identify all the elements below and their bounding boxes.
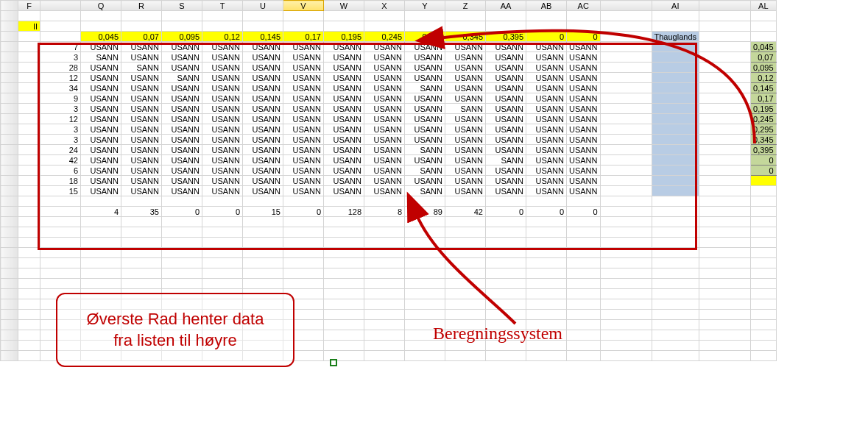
cell[interactable] bbox=[699, 93, 751, 104]
cell[interactable] bbox=[40, 268, 81, 279]
cell[interactable] bbox=[600, 341, 652, 351]
cell[interactable] bbox=[699, 63, 751, 73]
cell[interactable] bbox=[600, 135, 652, 145]
cell[interactable] bbox=[567, 258, 601, 268]
cell[interactable] bbox=[324, 310, 364, 320]
bool-cell[interactable]: USANN bbox=[364, 124, 405, 135]
column-header[interactable]: W bbox=[324, 1, 364, 11]
cell[interactable] bbox=[699, 52, 751, 63]
cell[interactable] bbox=[364, 279, 405, 289]
bool-cell[interactable]: USANN bbox=[162, 93, 202, 104]
cell[interactable] bbox=[324, 330, 364, 341]
sum-cell[interactable]: 42 bbox=[445, 207, 486, 217]
bool-cell[interactable]: USANN bbox=[526, 83, 567, 93]
row-label-cell[interactable]: 12 bbox=[40, 114, 81, 124]
cell[interactable] bbox=[18, 93, 40, 104]
cell[interactable] bbox=[18, 83, 40, 93]
cell[interactable] bbox=[751, 341, 777, 351]
bool-cell[interactable]: USANN bbox=[486, 104, 526, 114]
cell[interactable] bbox=[18, 310, 40, 320]
cell[interactable] bbox=[699, 155, 751, 166]
bool-cell[interactable]: USANN bbox=[81, 145, 121, 155]
bool-cell[interactable]: USANN bbox=[526, 104, 567, 114]
sum-cell[interactable]: 8 bbox=[364, 207, 405, 217]
cell[interactable] bbox=[18, 227, 40, 238]
header-value-cell[interactable]: 0,395 bbox=[486, 32, 526, 42]
cell[interactable] bbox=[324, 196, 364, 207]
bool-cell[interactable]: USANN bbox=[243, 42, 283, 52]
cell[interactable] bbox=[652, 207, 699, 217]
bool-cell[interactable]: USANN bbox=[81, 104, 121, 114]
cell[interactable] bbox=[243, 11, 283, 21]
ai-cell[interactable] bbox=[652, 42, 699, 52]
cell[interactable] bbox=[445, 11, 486, 21]
cell[interactable] bbox=[526, 299, 567, 310]
cell[interactable] bbox=[600, 124, 652, 135]
bool-cell[interactable]: USANN bbox=[81, 114, 121, 124]
cell[interactable] bbox=[600, 289, 652, 299]
row-label-cell[interactable]: 34 bbox=[40, 83, 81, 93]
cell[interactable] bbox=[81, 21, 121, 32]
bool-cell[interactable]: USANN bbox=[81, 73, 121, 83]
bool-cell[interactable]: USANN bbox=[486, 176, 526, 186]
cell[interactable] bbox=[18, 145, 40, 155]
bool-cell[interactable]: USANN bbox=[486, 52, 526, 63]
cell[interactable] bbox=[202, 21, 243, 32]
bool-cell[interactable]: USANN bbox=[283, 176, 324, 186]
cell[interactable] bbox=[162, 21, 202, 32]
cell[interactable] bbox=[486, 289, 526, 299]
row-label-cell[interactable]: 15 bbox=[40, 186, 81, 196]
cell[interactable] bbox=[600, 217, 652, 227]
cell[interactable] bbox=[81, 268, 121, 279]
cell[interactable] bbox=[162, 227, 202, 238]
cell[interactable] bbox=[202, 11, 243, 21]
cell[interactable] bbox=[18, 176, 40, 186]
bool-cell[interactable]: USANN bbox=[324, 155, 364, 166]
list-value-cell[interactable]: 0,145 bbox=[751, 83, 777, 93]
bool-cell[interactable]: USANN bbox=[526, 63, 567, 73]
bool-cell[interactable]: USANN bbox=[162, 166, 202, 176]
cell[interactable] bbox=[18, 289, 40, 299]
bool-cell[interactable]: USANN bbox=[283, 63, 324, 73]
cell[interactable] bbox=[40, 279, 81, 289]
sum-cell[interactable]: 0 bbox=[486, 207, 526, 217]
cell[interactable] bbox=[699, 11, 751, 21]
cell[interactable] bbox=[567, 196, 601, 207]
bool-cell[interactable]: USANN bbox=[526, 155, 567, 166]
cell[interactable] bbox=[81, 279, 121, 289]
cell[interactable] bbox=[40, 21, 81, 32]
cell[interactable] bbox=[121, 258, 162, 268]
bool-cell[interactable]: USANN bbox=[567, 52, 601, 63]
bool-cell[interactable]: USANN bbox=[364, 145, 405, 155]
cell[interactable] bbox=[18, 279, 40, 289]
cell[interactable] bbox=[600, 248, 652, 258]
bool-cell[interactable]: USANN bbox=[486, 73, 526, 83]
cell[interactable] bbox=[751, 279, 777, 289]
bool-cell[interactable]: USANN bbox=[445, 186, 486, 196]
ai-cell[interactable] bbox=[652, 135, 699, 145]
cell[interactable] bbox=[81, 238, 121, 248]
bool-cell[interactable]: USANN bbox=[526, 73, 567, 83]
cell[interactable] bbox=[600, 227, 652, 238]
cell[interactable] bbox=[324, 299, 364, 310]
bool-cell[interactable]: USANN bbox=[202, 124, 243, 135]
bool-cell[interactable]: USANN bbox=[486, 124, 526, 135]
cell[interactable] bbox=[243, 21, 283, 32]
cell[interactable] bbox=[486, 11, 526, 21]
cell[interactable] bbox=[526, 238, 567, 248]
cell[interactable] bbox=[600, 207, 652, 217]
cell[interactable] bbox=[324, 11, 364, 21]
header-value-cell[interactable] bbox=[699, 32, 751, 42]
bool-cell[interactable]: USANN bbox=[567, 124, 601, 135]
bool-cell[interactable]: USANN bbox=[202, 42, 243, 52]
cell[interactable] bbox=[121, 268, 162, 279]
bool-cell[interactable]: USANN bbox=[202, 83, 243, 93]
cell[interactable] bbox=[18, 114, 40, 124]
bool-cell[interactable]: USANN bbox=[81, 42, 121, 52]
ai-cell[interactable] bbox=[652, 186, 699, 196]
bool-cell[interactable]: USANN bbox=[243, 145, 283, 155]
list-value-cell[interactable]: 0,07 bbox=[751, 52, 777, 63]
cell[interactable] bbox=[243, 227, 283, 238]
cell[interactable] bbox=[364, 341, 405, 351]
cell[interactable] bbox=[600, 21, 652, 32]
